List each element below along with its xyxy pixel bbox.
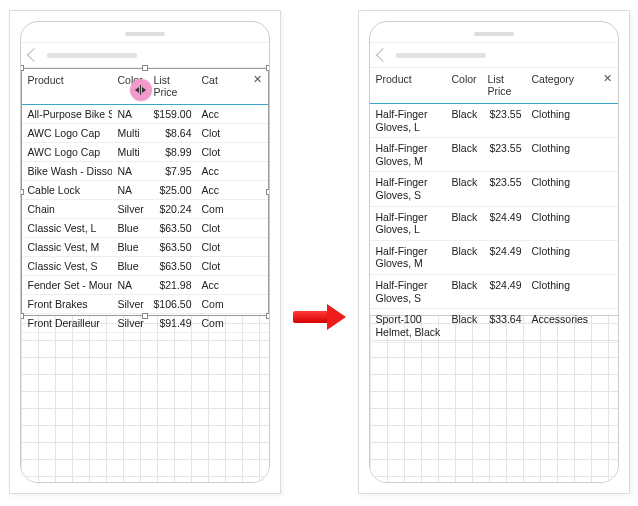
header-product[interactable]: Product <box>22 69 112 104</box>
back-icon[interactable] <box>375 48 389 62</box>
cell-price: $24.49 <box>482 241 526 274</box>
cell-category: Com <box>196 295 268 313</box>
cell-color: Black <box>446 309 482 342</box>
table-row[interactable]: Bike Wash - DissolverNA$7.95Acc <box>22 162 268 181</box>
header-price[interactable]: List Price <box>482 68 526 103</box>
left-panel: Product Color List Price Cat ✕ All-Purpo… <box>9 10 281 494</box>
cell-product: Half-Finger Gloves, S <box>370 275 446 308</box>
cell-color: NA <box>112 105 148 123</box>
cell-price: $63.50 <box>148 238 196 256</box>
phone-speaker <box>474 32 514 36</box>
cell-price: $20.24 <box>148 200 196 218</box>
resize-handle[interactable] <box>142 65 148 71</box>
phone-frame-left: Product Color List Price Cat ✕ All-Purpo… <box>20 21 270 483</box>
cell-category: Clothing <box>526 241 618 274</box>
close-icon[interactable]: ✕ <box>602 72 614 84</box>
table-row[interactable]: Half-Finger Gloves, SBlack$24.49Clothing <box>370 275 618 309</box>
cell-category: Clot <box>196 238 268 256</box>
cell-price: $24.49 <box>482 207 526 240</box>
cell-category: Accessories <box>526 309 618 342</box>
phone-frame-right: Product Color List Price Category ✕ Half… <box>369 21 619 483</box>
cell-color: Blue <box>112 238 148 256</box>
cell-category: Acc <box>196 181 268 199</box>
cell-price: $63.50 <box>148 219 196 237</box>
cell-price: $159.00 <box>148 105 196 123</box>
table-row[interactable]: Half-Finger Gloves, MBlack$23.55Clothing <box>370 138 618 172</box>
cell-price: $21.98 <box>148 276 196 294</box>
cell-price: $91.49 <box>148 314 196 332</box>
cell-color: NA <box>112 162 148 180</box>
back-icon[interactable] <box>26 48 40 62</box>
header-color[interactable]: Color <box>446 68 482 103</box>
cell-product: Classic Vest, S <box>22 257 112 275</box>
design-canvas[interactable]: Product Color List Price Category ✕ Half… <box>370 68 618 482</box>
table-row[interactable]: AWC Logo CapMulti$8.99Clot <box>22 143 268 162</box>
cell-color: Multi <box>112 124 148 142</box>
cell-color: Silver <box>112 295 148 313</box>
table-row[interactable]: Front BrakesSilver$106.50Com <box>22 295 268 314</box>
table-row[interactable]: Classic Vest, LBlue$63.50Clot <box>22 219 268 238</box>
cell-color: Black <box>446 138 482 171</box>
resize-handle[interactable] <box>142 313 148 319</box>
table-row[interactable]: Half-Finger Gloves, MBlack$24.49Clothing <box>370 241 618 275</box>
cell-price: $8.99 <box>148 143 196 161</box>
table-row[interactable]: Fender Set - MountainNA$21.98Acc <box>22 276 268 295</box>
table-visual[interactable]: Product Color List Price Cat ✕ All-Purpo… <box>21 68 269 316</box>
resize-handle[interactable] <box>266 313 270 319</box>
cell-color: Silver <box>112 200 148 218</box>
table-row[interactable]: Classic Vest, SBlue$63.50Clot <box>22 257 268 276</box>
cell-product: Half-Finger Gloves, L <box>370 207 446 240</box>
cell-category: Com <box>196 200 268 218</box>
cell-product: Classic Vest, L <box>22 219 112 237</box>
cell-product: Classic Vest, M <box>22 238 112 256</box>
table-visual[interactable]: Product Color List Price Category ✕ Half… <box>370 68 618 316</box>
cell-category: Acc <box>196 276 268 294</box>
table-row[interactable]: Classic Vest, MBlue$63.50Clot <box>22 238 268 257</box>
title-placeholder <box>47 53 137 58</box>
cell-color: Black <box>446 104 482 137</box>
table-row[interactable]: ChainSilver$20.24Com <box>22 200 268 219</box>
column-resize-cursor-icon[interactable] <box>130 79 152 101</box>
cell-product: Half-Finger Gloves, L <box>370 104 446 137</box>
cell-price: $23.55 <box>482 172 526 205</box>
header-product[interactable]: Product <box>370 68 446 103</box>
cell-price: $23.55 <box>482 104 526 137</box>
cell-color: Black <box>446 241 482 274</box>
cell-product: AWC Logo Cap <box>22 143 112 161</box>
table-row[interactable]: Sport-100 Helmet, BlackBlack$33.64Access… <box>370 309 618 343</box>
table-row[interactable]: AWC Logo CapMulti$8.64Clot <box>22 124 268 143</box>
cell-category: Clothing <box>526 104 618 137</box>
cell-color: Blue <box>112 219 148 237</box>
cell-color: NA <box>112 276 148 294</box>
resize-handle[interactable] <box>266 189 270 195</box>
cell-category: Clot <box>196 143 268 161</box>
cell-product: Half-Finger Gloves, M <box>370 241 446 274</box>
table-row[interactable]: All-Purpose Bike StandNA$159.00Acc <box>22 105 268 124</box>
cell-category: Clothing <box>526 275 618 308</box>
close-icon[interactable]: ✕ <box>252 73 264 85</box>
cell-product: Chain <box>22 200 112 218</box>
cell-color: Black <box>446 207 482 240</box>
cell-price: $25.00 <box>148 181 196 199</box>
design-canvas[interactable]: Product Color List Price Cat ✕ All-Purpo… <box>21 68 269 482</box>
table-row[interactable]: Cable LockNA$25.00Acc <box>22 181 268 200</box>
resize-handle[interactable] <box>20 313 24 319</box>
cell-product: Bike Wash - Dissolver <box>22 162 112 180</box>
table-row[interactable]: Half-Finger Gloves, LBlack$24.49Clothing <box>370 207 618 241</box>
table-body: Half-Finger Gloves, LBlack$23.55Clothing… <box>370 104 618 343</box>
cell-price: $63.50 <box>148 257 196 275</box>
table-row[interactable]: Half-Finger Gloves, SBlack$23.55Clothing <box>370 172 618 206</box>
right-panel: Product Color List Price Category ✕ Half… <box>358 10 630 494</box>
cell-color: Blue <box>112 257 148 275</box>
cell-category: Clot <box>196 124 268 142</box>
header-price[interactable]: List Price <box>148 69 196 104</box>
resize-handle[interactable] <box>20 65 24 71</box>
table-row[interactable]: Half-Finger Gloves, LBlack$23.55Clothing <box>370 104 618 138</box>
table-header-row: Product Color List Price Category ✕ <box>370 68 618 104</box>
cell-color: Black <box>446 172 482 205</box>
phone-speaker <box>125 32 165 36</box>
resize-handle[interactable] <box>266 65 270 71</box>
cell-color: Multi <box>112 143 148 161</box>
resize-handle[interactable] <box>20 189 24 195</box>
cell-product: Half-Finger Gloves, M <box>370 138 446 171</box>
